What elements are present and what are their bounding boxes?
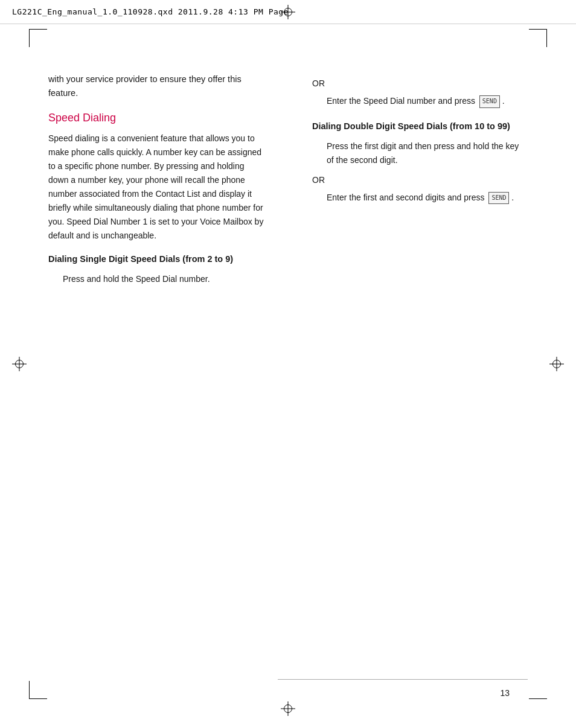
corner-mark-tl-v bbox=[29, 29, 30, 47]
single-digit-subtitle: Dialing Single Digit Speed Dials (from 2… bbox=[48, 253, 264, 265]
corner-mark-bl-v bbox=[29, 681, 30, 699]
crosshair-top-center bbox=[281, 5, 295, 19]
left-column: with your service provider to ensure the… bbox=[48, 72, 276, 680]
enter-first-second-block: Enter the first and second digits and pr… bbox=[312, 191, 528, 205]
corner-mark-bl-h bbox=[29, 698, 47, 699]
speed-dial-enter-block: Enter the Speed Dial number and press SE… bbox=[312, 94, 528, 108]
speed-dialing-body: Speed dialing is a convenient feature th… bbox=[48, 132, 264, 243]
intro-paragraph: with your service provider to ensure the… bbox=[48, 72, 264, 100]
corner-mark-tl-h bbox=[29, 29, 47, 30]
crosshair-right-middle bbox=[549, 357, 564, 371]
page-number: 13 bbox=[500, 688, 510, 698]
page-content: with your service provider to ensure the… bbox=[48, 72, 528, 680]
send-button-2: SEND bbox=[488, 192, 509, 205]
speed-dialing-title: Speed Dialing bbox=[48, 111, 264, 125]
double-digit-press-block: Press the first digit and then press and… bbox=[312, 139, 528, 167]
crosshair-bottom-center bbox=[281, 701, 295, 716]
or-text-2: OR bbox=[312, 175, 528, 185]
bottom-line bbox=[278, 679, 528, 680]
double-digit-press-text: Press the first digit and then press and… bbox=[327, 139, 528, 167]
enter-speed-dial-text: Enter the Speed Dial number and press SE… bbox=[327, 94, 528, 108]
filename-text: LG221C_Eng_manual_1.0_110928.qxd 2011.9.… bbox=[12, 7, 289, 16]
single-digit-text: Press and hold the Speed Dial number. bbox=[63, 272, 264, 286]
double-digit-subtitle: Dialing Double Digit Speed Dials (from 1… bbox=[312, 120, 528, 132]
enter-first-second-text: Enter the first and second digits and pr… bbox=[327, 191, 528, 205]
send-button-1: SEND bbox=[479, 95, 500, 108]
corner-mark-tr-h bbox=[529, 29, 547, 30]
single-digit-block: Press and hold the Speed Dial number. bbox=[48, 272, 264, 286]
right-column: OR Enter the Speed Dial number and press… bbox=[300, 72, 528, 680]
corner-mark-br-h bbox=[529, 698, 547, 699]
crosshair-left-middle bbox=[12, 357, 27, 371]
corner-mark-tr-v bbox=[546, 29, 547, 47]
or-text-1: OR bbox=[312, 78, 528, 88]
